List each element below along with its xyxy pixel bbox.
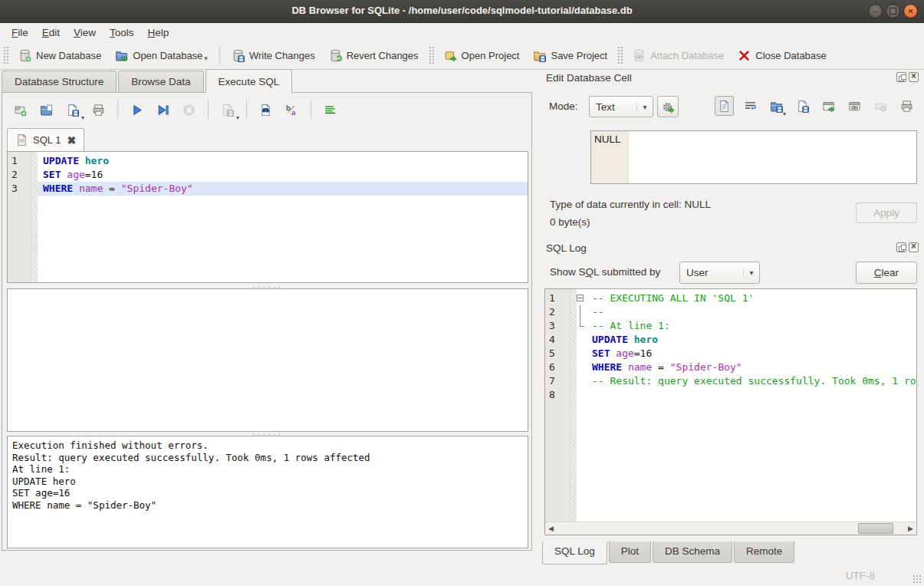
export-to-file-button[interactable] (793, 96, 812, 116)
toolbar-handle[interactable] (429, 46, 434, 64)
close-dock-icon[interactable] (909, 72, 919, 82)
toolbar-handle[interactable] (3, 46, 8, 64)
execute-current-line-button[interactable] (151, 100, 175, 120)
save-sql-file-button[interactable]: ▾ (61, 100, 84, 120)
format-icon (324, 104, 337, 117)
save-project-button[interactable]: Save Project (526, 45, 614, 66)
menu-help[interactable]: Help (141, 25, 176, 40)
find-replace-button[interactable]: ba (280, 100, 304, 120)
open-database-button[interactable]: Open Database▾ (108, 45, 215, 66)
mode-label: Mode: (549, 100, 578, 112)
scrollbar-track[interactable] (557, 522, 905, 535)
tab-browse-data[interactable]: Browse Data (118, 71, 203, 93)
sql-editor[interactable]: 1UPDATE hero2SET age=163WHERE name = "Sp… (7, 151, 528, 283)
close-database-button[interactable]: Close Database (731, 45, 834, 66)
find-button[interactable] (254, 100, 278, 120)
edit-cell-dock-header: Edit Database Cell (539, 71, 924, 87)
code-text: SET age=16 (587, 347, 916, 360)
sql-log-view[interactable]: 1-- EXECUTING ALL IN 'SQL 1'2--3-- At li… (544, 288, 917, 535)
attach-database-button[interactable]: Attach Database (626, 45, 731, 66)
open-project-button[interactable]: Open Project (437, 45, 527, 66)
text-view-button[interactable] (715, 96, 734, 116)
open-database-icon (115, 49, 128, 62)
toolbar-handle[interactable] (617, 46, 623, 64)
maximize-icon (889, 8, 896, 15)
copy-link-button[interactable] (845, 96, 864, 116)
float-dock-icon[interactable] (896, 242, 906, 252)
clear-log-button[interactable]: Clear (856, 262, 917, 284)
close-dock-icon[interactable] (909, 242, 919, 252)
new-database-button[interactable]: New Database (12, 45, 108, 66)
open-project-icon (444, 49, 457, 62)
word-wrap-button[interactable] (741, 96, 760, 116)
sql-log-filter-label: Show SQL submitted by (550, 266, 660, 278)
encoding-indicator[interactable]: UTF-8 (846, 570, 875, 581)
write-changes-button[interactable]: Write Changes (225, 45, 322, 66)
execute-all-button[interactable] (125, 100, 149, 120)
tab-database-structure[interactable]: Database Structure (2, 71, 117, 93)
float-dock-icon[interactable] (896, 72, 906, 82)
dock-tab-db-schema[interactable]: DB Schema (653, 542, 732, 563)
auto-format-button[interactable] (318, 100, 342, 120)
scroll-right-icon[interactable]: ▶ (905, 522, 916, 535)
minimize-button[interactable]: – (868, 4, 883, 18)
sql-log-dock-header: SQL Log (539, 241, 924, 257)
menu-edit[interactable]: Edit (35, 25, 67, 40)
menu-tools[interactable]: Tools (103, 25, 141, 40)
scrollbar-thumb[interactable] (858, 523, 893, 534)
line-number: 8 (545, 388, 568, 402)
chevron-down-icon[interactable]: ▾ (204, 54, 208, 62)
open-in-external-button[interactable] (819, 96, 838, 116)
sql-tab-label: SQL 1 (33, 134, 61, 146)
print-icon (900, 100, 913, 113)
save-results-button[interactable]: ▾ (215, 100, 239, 120)
write-changes-icon (232, 49, 245, 62)
fold-marker (575, 305, 587, 319)
toolbar-button-label: Open Database (133, 50, 202, 61)
close-button[interactable]: × (903, 4, 918, 18)
dock-tab-sql-log[interactable]: SQL Log (542, 542, 607, 565)
code-text: -- (587, 305, 916, 319)
fold-marker (575, 360, 587, 374)
tab-execute-sql[interactable]: Execute SQL (206, 69, 293, 93)
import-from-file-button[interactable]: ▾ (767, 96, 786, 116)
auto-apply-button[interactable] (657, 96, 679, 117)
mode-combo[interactable]: Text ▾ (589, 96, 653, 117)
print-cell-button[interactable] (897, 96, 916, 116)
code-text: -- Result: query executed successfully. … (587, 374, 917, 388)
set-null-button[interactable] (871, 96, 890, 116)
code-line: 4UPDATE hero (545, 333, 916, 347)
menu-file[interactable]: File (5, 25, 35, 40)
print-sql-button[interactable] (87, 100, 110, 120)
fold-collapse-icon[interactable] (577, 295, 584, 301)
sql-log-filter-combo[interactable]: User ▾ (679, 262, 760, 284)
line-number: 5 (545, 347, 568, 360)
menu-view[interactable]: View (67, 25, 103, 40)
chevron-down-icon[interactable]: ▾ (236, 114, 239, 121)
open-sql-file-button[interactable] (35, 100, 58, 120)
revert-changes-button[interactable]: Revert Changes (322, 45, 426, 66)
execute-sql-panel: ▾▾ba SQL 1✖ 1UPDATE hero2SET age=163WHER… (2, 92, 532, 551)
close-tab-icon[interactable]: ✖ (67, 134, 76, 146)
status-bar: UTF-8 (0, 564, 924, 586)
edit-cell-title: Edit Database Cell (546, 72, 632, 84)
code-line: 5SET age=16 (545, 347, 916, 360)
apply-button[interactable]: Apply (856, 202, 917, 223)
scroll-left-icon[interactable]: ◀ (545, 522, 557, 535)
cell-value-editor[interactable]: NULL (590, 130, 917, 184)
fold-marker[interactable] (575, 291, 587, 305)
stop-icon (182, 104, 196, 117)
horizontal-scrollbar[interactable]: ◀ ▶ (545, 522, 916, 535)
dock-tab-plot[interactable]: Plot (609, 542, 651, 563)
new-sql-tab-button[interactable] (8, 100, 32, 120)
execution-message-log: Execution finished without errors.Result… (7, 436, 528, 548)
dock-tab-remote[interactable]: Remote (734, 542, 794, 563)
stop-execution-button[interactable] (177, 100, 201, 120)
chevron-down-icon[interactable]: ▾ (81, 114, 84, 121)
resize-grip[interactable] (912, 574, 922, 584)
toolbar-button-label: Save Project (551, 50, 607, 61)
maximize-button[interactable] (886, 4, 900, 18)
sql-tab-sql-1[interactable]: SQL 1✖ (7, 128, 84, 151)
chevron-down-icon[interactable]: ▾ (783, 110, 786, 117)
save-sql-icon (66, 104, 79, 117)
